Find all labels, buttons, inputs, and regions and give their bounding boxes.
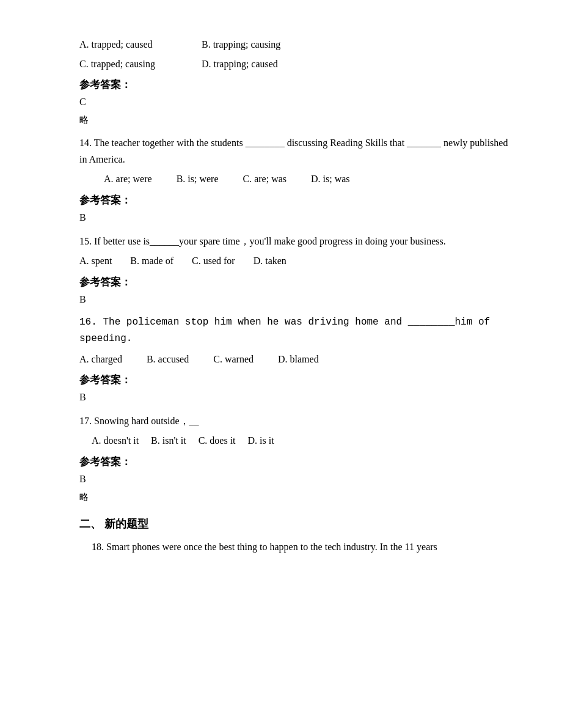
q17-options: A. doesn't it B. isn't it C. does it D. … [92,433,513,449]
q17-option-a: A. doesn't it [92,433,139,449]
q15-question: If better use is______your spare time，yo… [94,236,446,246]
q14-number: 14. [79,138,92,148]
q14-option-c: C. are; was [243,171,287,187]
q13-options-section: A. trapped; caused B. trapping; causing … [79,37,513,127]
q15-section: 15. If better use is______your spare tim… [79,233,513,307]
q16-answer-value: B [79,389,513,405]
q18-question: Smart phones were once the best thing to… [106,542,437,552]
q14-answer-value: B [79,210,513,226]
q16-number: 16. [79,317,97,328]
q13-option-c: C. trapped; causing [79,56,189,72]
q17-note: 略 [79,490,513,504]
q13-answer-value: C [79,94,513,110]
q14-section: 14. The teacher together with the studen… [79,134,513,226]
q13-options-row2: C. trapped; causing D. trapping; caused [79,56,513,72]
q17-option-b: B. isn't it [151,433,186,449]
q15-text: 15. If better use is______your spare tim… [79,233,513,249]
q16-options: A. charged B. accused C. warned D. blame… [79,351,513,367]
q16-answer-label: 参考答案： [79,372,513,388]
q14-option-a: A. are; were [104,171,152,187]
q15-answer-value: B [79,292,513,307]
q16-question-part1: The policeman stop him when he was drivi… [103,317,490,328]
q15-option-b: B. made of [130,253,173,269]
q15-option-d: D. taken [254,253,286,269]
q16-option-d: D. blamed [278,351,319,367]
q17-option-d: D. is it [248,433,274,449]
q18-section: 18. Smart phones were once the best thin… [79,539,513,555]
q13-option-d: D. trapping; caused [202,56,312,72]
q13-options-row: A. trapped; caused B. trapping; causing [79,37,513,53]
q17-question: Snowing hard outside，__ [94,416,199,426]
q14-option-d: D. is; was [311,171,350,187]
q18-text: 18. Smart phones were once the best thin… [92,539,513,555]
q15-options: A. spent B. made of C. used for D. taken [79,253,513,269]
q17-answer-label: 参考答案： [79,454,513,470]
q14-question: The teacher together with the students _… [79,138,508,164]
q16-option-c: C. warned [213,351,254,367]
q17-option-c: C. does it [199,433,236,449]
q18-number: 18. [92,542,104,552]
q13-answer-label: 参考答案： [79,76,513,93]
q15-answer-label: 参考答案： [79,274,513,290]
q14-option-b: B. is; were [177,171,219,187]
q14-options: A. are; were B. is; were C. are; was D. … [104,171,513,187]
q16-section: 16. The policeman stop him when he was d… [79,314,513,405]
q15-option-c: C. used for [192,253,235,269]
q13-note: 略 [79,112,513,127]
q16-text: 16. The policeman stop him when he was d… [79,314,513,347]
q16-option-a: A. charged [79,351,122,367]
q13-option-b: B. trapping; causing [202,37,312,53]
q17-number: 17. [79,416,92,426]
q17-answer-value: B [79,471,513,487]
q14-answer-label: 参考答案： [79,192,513,208]
q14-text: 14. The teacher together with the studen… [79,134,513,167]
q15-option-a: A. spent [79,253,112,269]
q13-option-a: A. trapped; caused [79,37,189,53]
q17-section: 17. Snowing hard outside，__ A. doesn't i… [79,413,513,504]
q16-question-part2: speeding. [79,333,132,344]
section2-header: 二、 新的题型 [79,515,513,533]
q15-number: 15. [79,236,92,246]
q17-text: 17. Snowing hard outside，__ [79,413,513,429]
q16-option-b: B. accused [147,351,189,367]
